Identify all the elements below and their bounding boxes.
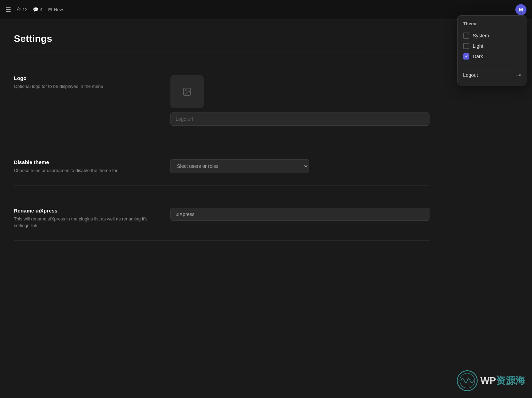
wp-text: WP资源海	[480, 374, 525, 387]
light-radio[interactable]	[463, 43, 469, 49]
theme-dropdown: Theme System Light Dark Logout ⇥	[457, 15, 526, 85]
disable-theme-section: Disable theme Choose roles or usernames …	[14, 148, 429, 185]
rename-heading: Rename uiXpress	[14, 208, 159, 214]
logo-label: Logo Optional logo for to be displayed i…	[14, 75, 159, 90]
logout-button[interactable]: Logout ⇥	[463, 70, 521, 80]
topbar: ☰ ⏱ 12 💬 4 ⊞ New M	[0, 0, 532, 19]
comments-icon: 💬	[33, 7, 38, 12]
logo-upload-box[interactable]	[170, 75, 204, 108]
theme-option-light[interactable]: Light	[463, 41, 521, 51]
logo-description: Optional logo for to be displayed in the…	[14, 83, 159, 90]
logo-divider	[14, 137, 429, 137]
title-divider	[14, 53, 429, 53]
new-label: New	[54, 7, 63, 12]
dark-label: Dark	[473, 54, 483, 59]
dark-radio[interactable]	[463, 53, 469, 60]
disable-theme-description: Choose roles or usernames to disable the…	[14, 167, 159, 174]
theme-option-dark[interactable]: Dark	[463, 51, 521, 62]
image-icon	[182, 87, 192, 97]
disable-theme-select[interactable]: Slect users or roles	[170, 159, 309, 173]
menu-icon[interactable]: ☰	[6, 6, 11, 13]
activity-count: 12	[23, 7, 27, 12]
rename-input[interactable]	[170, 208, 429, 221]
svg-point-1	[185, 90, 186, 91]
avatar[interactable]: M	[515, 4, 526, 15]
logo-control	[170, 75, 429, 126]
rename-section: Rename uiXpress This will rename uiXpres…	[14, 197, 429, 240]
disable-theme-heading: Disable theme	[14, 159, 159, 165]
wp-watermark: WP资源海	[457, 370, 525, 391]
system-label: System	[473, 33, 489, 38]
disable-theme-divider	[14, 185, 429, 186]
theme-section-title: Theme	[463, 21, 521, 26]
logout-label: Logout	[463, 72, 478, 78]
activity-icon: ⏱	[17, 7, 21, 12]
logout-icon: ⇥	[516, 72, 521, 78]
rename-divider	[14, 240, 429, 241]
theme-option-system[interactable]: System	[463, 30, 521, 41]
new-icon: ⊞	[48, 7, 52, 12]
comments-count: 4	[40, 7, 42, 12]
logo-section: Logo Optional logo for to be displayed i…	[14, 64, 429, 137]
system-radio[interactable]	[463, 33, 469, 39]
light-label: Light	[473, 43, 483, 49]
dropdown-divider	[463, 66, 521, 66]
disable-theme-label: Disable theme Choose roles or usernames …	[14, 159, 159, 174]
logo-url-input[interactable]	[170, 112, 429, 126]
logo-heading: Logo	[14, 75, 159, 81]
disable-theme-control: Slect users or roles	[170, 159, 429, 173]
main-content: Settings Logo Optional logo for to be di…	[0, 19, 443, 265]
rename-description: This will rename uiXpress in the plugins…	[14, 216, 159, 229]
new-button[interactable]: ⊞ New	[48, 7, 63, 12]
rename-label: Rename uiXpress This will rename uiXpres…	[14, 208, 159, 229]
page-title: Settings	[14, 33, 429, 44]
activity-badge[interactable]: ⏱ 12	[17, 7, 27, 12]
comments-badge[interactable]: 💬 4	[33, 7, 42, 12]
wp-logo-icon	[457, 370, 478, 391]
rename-control	[170, 208, 429, 221]
